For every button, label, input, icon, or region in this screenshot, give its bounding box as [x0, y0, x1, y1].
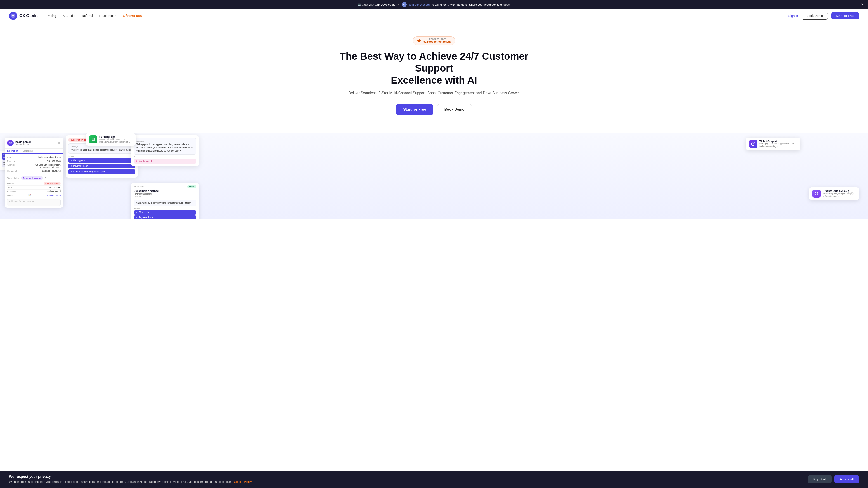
- ticket-actions-label: Actions: [134, 207, 196, 210]
- announcement-suffix: to talk directly with the devs. Share yo…: [432, 3, 510, 6]
- product-of-day: #2 Product of the Day: [423, 40, 451, 43]
- ticket-support-desc: Managing customer support tickets can fe…: [760, 142, 797, 148]
- crm-body: Email kadin.kenter@gmail.com Phone no. (…: [4, 154, 63, 175]
- crm-tabs: Information Contact info: [4, 149, 63, 154]
- crm-footer: Add notes for this conversation: [4, 197, 63, 207]
- product-sync-desc: Seamlessly integrate your Shopify or Woo…: [823, 192, 856, 197]
- crm-category-value: Payment issue: [43, 182, 61, 185]
- product-sync-title: Product Data Sync-Up: [823, 190, 856, 192]
- crm-field-notes: Notes 📝 Message notes: [7, 193, 61, 197]
- navbar: CX Genie Pricing AI Studio Referral Reso…: [0, 9, 868, 23]
- product-sync-icon: [812, 190, 820, 198]
- logo-link[interactable]: CX Genie: [9, 12, 37, 20]
- discord-link[interactable]: Join our Discord: [408, 3, 430, 6]
- crm-autoreply: Auto-reply: ON: [16, 143, 31, 145]
- crm-card: KK Kadin Kenter Auto-reply: ON ⚙ Informa…: [4, 138, 63, 207]
- crm-row-created: Created at 12/09/23 - 09:41 AM: [7, 169, 61, 173]
- chat-right-msg-label: Message: [136, 140, 194, 142]
- ticket-action-payment-issue[interactable]: Payment issue: [134, 215, 196, 219]
- form-builder-title: Form Builder: [99, 135, 132, 138]
- ticket-status: Open: [187, 185, 196, 188]
- logo-icon: [9, 12, 17, 20]
- crm-tab-information[interactable]: Information: [4, 149, 20, 154]
- ticket-support-text: Ticket Support Managing customer support…: [760, 140, 797, 148]
- svg-text:D: D: [403, 3, 405, 6]
- action-dot-icon: [70, 165, 72, 166]
- crm-field-category: Category* Payment issue: [7, 181, 61, 186]
- nav-link-resources[interactable]: Resources ▾: [99, 14, 116, 18]
- product-sync-card: Product Data Sync-Up Seamlessly integrat…: [809, 187, 859, 200]
- form-builder-card: Form Builder A powerful tool to create a…: [86, 133, 135, 146]
- crm-notes-input[interactable]: Add notes for this conversation: [7, 199, 61, 206]
- ticket-action-wrong-plan[interactable]: Wrong plan: [134, 210, 196, 215]
- screenshots-area: Hi Kadin, sorry to hear... I can help yo…: [0, 133, 868, 219]
- crm-header: KK Kadin Kenter Auto-reply: ON ⚙: [4, 138, 63, 149]
- flow-label: Flow: [134, 156, 196, 158]
- nav-link-pricing[interactable]: Pricing: [46, 14, 56, 18]
- chat-action-wrong-plan[interactable]: Wrong plan: [68, 158, 135, 163]
- announcement-text: 💻 Chat with Our Developers: [358, 3, 395, 6]
- discord-icon: D: [402, 2, 407, 7]
- ticket-id: #12092024: [134, 186, 144, 188]
- nav-links: Pricing AI Studio Referral Resources ▾ L…: [46, 14, 788, 18]
- action-dot-icon: [70, 160, 72, 161]
- product-sync-text: Product Data Sync-Up Seamlessly integrat…: [823, 190, 856, 197]
- hero-title: The Best Way to Achieve 24/7 Customer Su…: [337, 51, 531, 86]
- form-builder-icon: [89, 135, 97, 143]
- crm-field-assignee: Assignee* Madelyn Franci: [7, 190, 61, 193]
- chat-msg-text: I'm sorry to hear that, please select th…: [71, 149, 133, 152]
- ticket-support-card: Ticket Support Managing customer support…: [746, 138, 800, 150]
- chat-card-right: Message To help you find an appropriate …: [131, 135, 199, 166]
- action-dot-icon: [136, 212, 137, 213]
- hero-start-free-button[interactable]: Start for Free: [396, 104, 433, 115]
- chat-msg-label: Message: [71, 145, 133, 148]
- start-free-button[interactable]: Start for Free: [831, 12, 859, 20]
- hero-ctas: Start for Free Book Demo: [337, 104, 531, 115]
- logo-text: CX Genie: [20, 13, 37, 18]
- crm-tag-close-icon[interactable]: ×: [45, 176, 46, 180]
- form-builder-desc: A powerful tool to create and manage var…: [99, 138, 132, 143]
- resources-chevron-icon: ▾: [115, 15, 116, 17]
- hero-subtitle: Deliver Seamless, 5-Star Multi-Channel S…: [337, 90, 531, 96]
- ticket-title: Subscription method: [134, 190, 196, 192]
- product-hunt-badge: PRODUCT HUNT #2 Product of the Day: [413, 36, 455, 45]
- ticket-support-icon: [749, 140, 757, 148]
- notes-icon: 📝: [29, 194, 31, 196]
- crm-tab-contact[interactable]: Contact info: [20, 149, 36, 153]
- chat-right-msg-text: To help you find an appropriate plan, pl…: [136, 143, 194, 153]
- product-hunt-text: PRODUCT HUNT #2 Product of the Day: [423, 38, 451, 43]
- notify-dot-icon: [136, 160, 137, 162]
- book-demo-button[interactable]: Book Demo: [802, 12, 828, 20]
- ticket-header: #12092024 Open: [134, 185, 196, 188]
- announcement-bar: 💻 Chat with Our Developers • D Join our …: [0, 0, 868, 9]
- chat-right-message-box: Message To help you find an appropriate …: [134, 138, 196, 155]
- ticket-subtitle: Payment/Subscription: [134, 193, 196, 195]
- ticket-message: Wait a moment, I'll connect you to our c…: [134, 200, 196, 206]
- crm-fields: Category* Payment issue Team Customer su…: [4, 181, 63, 197]
- screenshots-inner: Hi Kadin, sorry to hear... I can help yo…: [0, 133, 868, 219]
- trophy-icon: [416, 38, 422, 43]
- crm-row-phone: Phone no. (731) 450-0348: [7, 159, 61, 163]
- hero-book-demo-button[interactable]: Book Demo: [437, 104, 472, 115]
- ticket-date: 12/09/24: [134, 196, 196, 198]
- flow-notify-agent: Notify agent: [134, 159, 196, 164]
- announcement-close-button[interactable]: ×: [861, 2, 864, 6]
- nav-link-ai-studio[interactable]: AI Studio: [63, 14, 75, 18]
- action-dot-icon: [70, 171, 72, 172]
- crm-settings-icon: ⚙: [58, 141, 61, 145]
- nav-link-referral[interactable]: Referral: [82, 14, 93, 18]
- hero-section: PRODUCT HUNT #2 Product of the Day The B…: [332, 23, 536, 133]
- chat-actions-label: Actions: [68, 155, 135, 157]
- crm-name: Kadin Kenter: [16, 140, 31, 143]
- chat-action-subscription-questions[interactable]: Questions about my subscription: [68, 169, 135, 174]
- action-dot-icon: [136, 217, 137, 218]
- nav-actions: Sign in Book Demo Start for Free: [788, 12, 859, 20]
- crm-tag-potential: Potential Customer: [21, 176, 43, 180]
- chat-action-payment-issue[interactable]: Payment issue: [68, 164, 135, 168]
- form-builder-text: Form Builder A powerful tool to create a…: [99, 135, 132, 143]
- ticket-support-title: Ticket Support: [760, 140, 797, 142]
- signin-button[interactable]: Sign in: [788, 14, 798, 18]
- nav-link-lifetime-deal[interactable]: Lifetime Deal: [123, 14, 143, 18]
- announcement-separator: •: [398, 2, 400, 6]
- crm-tags: Tags Select Potential Customer ×: [4, 175, 63, 181]
